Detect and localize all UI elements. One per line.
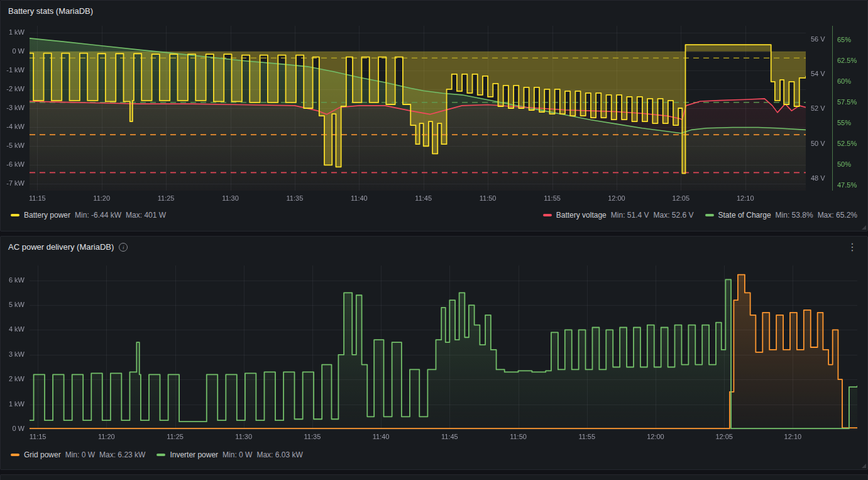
legend-series-label: Battery voltage xyxy=(556,211,607,220)
legend-series-label: Grid power xyxy=(24,450,61,459)
battery-stats-chart[interactable] xyxy=(1,20,867,208)
legend-series-label: Inverter power xyxy=(170,450,218,459)
legend-item-battery-voltage[interactable]: Battery voltageMin: 51.4 VMax: 52.6 V xyxy=(543,211,694,220)
legend-max-value: Max: 6.23 kW xyxy=(99,450,145,459)
legend-series-swatch-icon xyxy=(157,454,165,456)
legend-min-value: Min: 0 W xyxy=(222,450,252,459)
battery-stats-legend: Battery powerMin: -6.44 kWMax: 401 WBatt… xyxy=(1,208,867,225)
panel-resize-handle[interactable] xyxy=(862,225,866,230)
panel-title-ac-power[interactable]: AC power delivery (MariaDB) xyxy=(8,242,114,252)
legend-series-label: Battery power xyxy=(24,211,70,220)
grafana-dashboard: Battery stats (MariaDB) Battery powerMin… xyxy=(0,0,868,480)
legend-min-value: Min: -6.44 kW xyxy=(75,211,121,220)
panel-title-battery-stats[interactable]: Battery stats (MariaDB) xyxy=(8,6,93,16)
legend-item-grid-power[interactable]: Grid powerMin: 0 WMax: 6.23 kW xyxy=(11,450,145,459)
legend-series-swatch-icon xyxy=(11,214,19,216)
panel-header: AC power delivery (MariaDB) i ⋮ xyxy=(1,237,867,255)
legend-min-value: Min: 0 W xyxy=(65,450,95,459)
legend-max-value: Max: 52.6 V xyxy=(654,211,694,220)
legend-series-swatch-icon xyxy=(11,454,19,456)
info-icon[interactable]: i xyxy=(119,243,128,252)
legend-min-value: Min: 51.4 V xyxy=(611,211,649,220)
ac-power-delivery-chart[interactable] xyxy=(1,255,867,448)
panel-ac-power-delivery: AC power delivery (MariaDB) i ⋮ Grid pow… xyxy=(0,236,868,470)
legend-series-label: State of Charge xyxy=(718,211,771,220)
panel-header: Battery stats (MariaDB) xyxy=(1,1,867,20)
legend-max-value: Max: 65.2% xyxy=(818,211,857,220)
legend-item-battery-power[interactable]: Battery powerMin: -6.44 kWMax: 401 W xyxy=(11,211,166,220)
legend-max-value: Max: 401 W xyxy=(126,211,166,220)
legend-series-swatch-icon xyxy=(705,214,714,216)
panel-resize-handle[interactable] xyxy=(862,464,866,468)
ac-power-legend: Grid powerMin: 0 WMax: 6.23 kWInverter p… xyxy=(1,448,867,464)
legend-item-state-of-charge[interactable]: State of ChargeMin: 53.8%Max: 65.2% xyxy=(705,211,857,220)
legend-min-value: Min: 53.8% xyxy=(776,211,813,220)
legend-series-swatch-icon xyxy=(543,214,552,216)
next-panel-top-edge xyxy=(0,474,868,480)
panel-battery-stats: Battery stats (MariaDB) Battery powerMin… xyxy=(0,0,868,232)
legend-item-inverter-power[interactable]: Inverter powerMin: 0 WMax: 6.03 kW xyxy=(157,450,302,459)
legend-max-value: Max: 6.03 kW xyxy=(256,450,302,459)
panel-menu-kebab-icon[interactable]: ⋮ xyxy=(843,242,861,252)
